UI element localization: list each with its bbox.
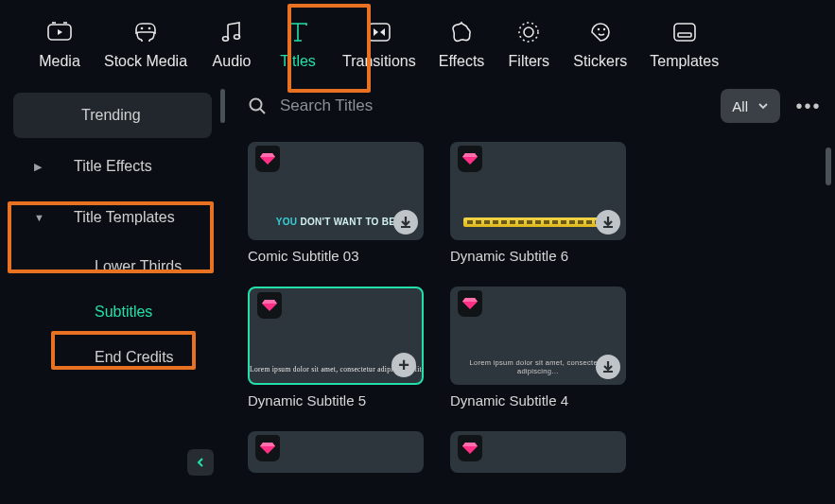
svg-point-5 [141, 27, 144, 30]
titles-icon [285, 19, 311, 45]
title-card[interactable]: YOU DON'T WANT TO BE Comic Subtitle 03 [248, 142, 424, 264]
nav-templates[interactable]: Templates [638, 15, 730, 74]
filter-label: All [732, 98, 748, 114]
templates-icon [671, 19, 698, 45]
svg-marker-31 [462, 443, 478, 446]
sidebar-item-subtitles[interactable]: Subtitles [13, 291, 212, 333]
filter-dropdown[interactable]: All [721, 89, 780, 123]
title-card[interactable]: Dynamic Subtitle 6 [450, 142, 626, 264]
audio-icon [218, 19, 245, 45]
title-card[interactable] [248, 431, 424, 473]
content-panel: All ••• YOU DON'T WANT TO BE [225, 81, 835, 495]
plus-icon: + [398, 355, 409, 376]
svg-marker-10 [374, 28, 378, 36]
search-wrap [248, 96, 709, 115]
svg-rect-17 [678, 33, 691, 37]
diamond-icon [262, 299, 277, 312]
more-button[interactable]: ••• [792, 89, 826, 123]
premium-badge [255, 435, 280, 461]
nav-label: Stock Media [104, 53, 187, 70]
premium-badge [458, 146, 482, 172]
nav-label: Templates [650, 53, 719, 70]
download-button[interactable] [393, 210, 418, 235]
premium-badge [255, 146, 280, 172]
svg-marker-27 [462, 298, 478, 302]
premium-badge [458, 435, 482, 461]
sidebar-item-lower-thirds[interactable]: Lower Thirds [13, 246, 212, 287]
nav-stickers[interactable]: Stickers [562, 15, 638, 74]
download-button[interactable] [596, 210, 620, 235]
dots-icon: ••• [795, 96, 821, 117]
add-button[interactable]: + [391, 353, 416, 377]
nav-stock-media[interactable]: Stock Media [93, 15, 199, 74]
svg-marker-21 [260, 153, 275, 157]
svg-point-12 [519, 23, 538, 42]
premium-badge [458, 290, 482, 317]
download-icon [601, 360, 615, 374]
card-thumbnail [450, 142, 626, 240]
search-icon [248, 96, 267, 115]
diamond-icon [260, 152, 275, 165]
content-scrollbar[interactable] [826, 148, 831, 185]
card-thumbnail: Lorem ipsum dolor sit amet, consectetur … [248, 287, 424, 385]
nav-filters[interactable]: Filters [496, 15, 562, 74]
sidebar-item-end-credits[interactable]: End Credits [13, 337, 212, 378]
download-icon [601, 216, 615, 229]
diamond-icon [462, 442, 478, 455]
title-card[interactable]: Lorem ipsum dolor sit amet, consectetur … [248, 287, 424, 408]
premium-badge [257, 292, 282, 319]
nav-media[interactable]: Media [26, 15, 93, 74]
nav-label: Filters [509, 53, 550, 70]
svg-point-15 [603, 28, 605, 30]
diamond-icon [462, 152, 478, 165]
sidebar-item-title-templates[interactable]: ▼ Title Templates [13, 195, 212, 240]
title-card[interactable]: Lorem ipsum dolor sit amet, consectetur … [450, 287, 626, 408]
chevron-down-icon [757, 101, 769, 111]
nav-label: Media [39, 53, 80, 70]
sidebar-item-label: Subtitles [95, 304, 152, 321]
card-thumbnail [248, 431, 424, 473]
top-nav: Media Stock Media Audio Titles Transitio… [0, 0, 835, 81]
title-card[interactable] [450, 431, 626, 473]
svg-line-19 [260, 109, 265, 113]
nav-label: Audio [213, 53, 252, 70]
preview-bar [463, 217, 613, 227]
sidebar-item-label: Lower Thirds [95, 258, 182, 275]
sidebar-item-label: Trending [81, 107, 141, 124]
diamond-icon [260, 442, 275, 455]
nav-audio[interactable]: Audio [199, 15, 265, 74]
effects-icon [448, 19, 475, 45]
nav-transitions[interactable]: Transitions [331, 15, 427, 74]
svg-rect-9 [369, 24, 390, 41]
sidebar-item-label: Title Effects [74, 158, 152, 175]
chevron-down-icon: ▼ [34, 212, 47, 223]
sidebar-item-label: Title Templates [74, 209, 175, 226]
filters-icon [515, 19, 542, 45]
svg-rect-16 [674, 24, 695, 41]
nav-effects[interactable]: Effects [427, 15, 496, 74]
card-title: Dynamic Subtitle 6 [450, 248, 626, 264]
nav-label: Stickers [573, 53, 627, 70]
svg-point-6 [148, 27, 151, 30]
sidebar-item-title-effects[interactable]: ▶ Title Effects [13, 144, 212, 189]
svg-marker-1 [58, 29, 62, 35]
download-icon [399, 216, 412, 229]
svg-marker-29 [260, 443, 275, 446]
nav-label: Transitions [342, 53, 416, 70]
sidebar: Trending ▶ Title Effects ▼ Title Templat… [0, 81, 225, 495]
card-thumbnail: YOU DON'T WANT TO BE [248, 142, 424, 240]
sidebar-item-trending[interactable]: Trending [13, 93, 212, 138]
stickers-icon [587, 19, 614, 45]
svg-marker-23 [462, 153, 478, 157]
sidebar-item-label: End Credits [95, 349, 174, 366]
nav-label: Titles [280, 53, 316, 70]
stock-media-icon [132, 19, 159, 45]
svg-point-18 [251, 99, 262, 111]
collapse-sidebar-button[interactable] [187, 449, 214, 476]
nav-titles[interactable]: Titles [265, 15, 331, 74]
svg-point-13 [524, 27, 533, 37]
card-thumbnail [450, 431, 626, 473]
search-input[interactable] [280, 96, 709, 115]
download-button[interactable] [596, 355, 620, 379]
card-title: Dynamic Subtitle 4 [450, 392, 626, 408]
